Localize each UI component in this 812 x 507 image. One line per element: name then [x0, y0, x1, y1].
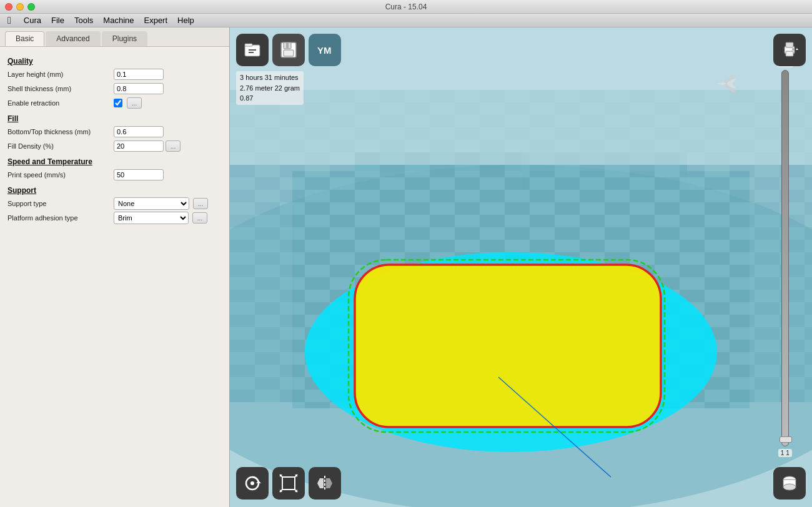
menu-help[interactable]: Help [172, 14, 199, 26]
layer-slider-thumb[interactable] [780, 436, 792, 443]
menu-tools[interactable]: Tools [69, 14, 98, 26]
right-icon-panel [773, 34, 806, 66]
tab-advanced[interactable]: Advanced [46, 31, 100, 46]
layer-slider-track[interactable] [781, 70, 789, 446]
svg-rect-35 [786, 51, 793, 56]
svg-text:YM: YM [317, 45, 332, 56]
platform-adhesion-row: Platform adhesion type None Brim Raft ..… [7, 212, 222, 224]
left-panel: Basic Advanced Plugins Quality Layer hei… [0, 27, 230, 507]
menubar:  Cura File Tools Machine Expert Help [0, 14, 812, 27]
support-type-extra-btn[interactable]: ... [193, 198, 208, 209]
window-title: Cura - 15.04 [385, 2, 427, 11]
print-speed-input[interactable] [114, 169, 164, 180]
svg-rect-30 [284, 50, 294, 56]
menu-cura[interactable]: Cura [19, 14, 46, 26]
print-speed-label: Print speed (mm/s) [7, 171, 114, 179]
support-type-select-wrap: None Touching buildplate Everywhere ... [114, 197, 222, 210]
bottom-top-thickness-input[interactable] [114, 126, 164, 137]
retraction-label: Enable retraction [7, 99, 114, 107]
bottom-right-panel [773, 467, 806, 500]
open-file-btn[interactable] [236, 34, 269, 66]
minimize-button[interactable] [16, 3, 24, 11]
rotate-btn[interactable] [236, 467, 269, 500]
bottom-top-thickness-label: Bottom/Top thickness (mm) [7, 128, 114, 135]
support-type-select[interactable]: None Touching buildplate Everywhere [114, 197, 189, 210]
fill-section-title: Fill [7, 114, 222, 123]
fill-density-extra-btn[interactable]: ... [166, 140, 181, 152]
tab-bar: Basic Advanced Plugins [0, 27, 229, 47]
bottom-top-thickness-row: Bottom/Top thickness (mm) [7, 126, 222, 138]
layer-height-row: Layer height (mm) [7, 68, 222, 81]
shell-thickness-input[interactable] [114, 83, 164, 94]
scale-btn[interactable] [272, 467, 305, 500]
user-btn[interactable]: YM [309, 34, 341, 66]
print-speed-row: Print speed (mm/s) [7, 169, 222, 181]
maximize-button[interactable] [27, 3, 35, 11]
platform-adhesion-select-wrap: None Brim Raft ... [114, 212, 222, 224]
menu-file[interactable]: File [46, 14, 69, 26]
tab-plugins[interactable]: Plugins [102, 31, 147, 46]
view-mode-btn[interactable] [773, 34, 806, 66]
layer-slider-bottom-value: 1 1 [778, 449, 792, 457]
print-time: 3 hours 31 minutes [240, 72, 300, 83]
layer-height-input[interactable] [114, 69, 164, 80]
svg-rect-31 [286, 43, 289, 48]
mirror-btn[interactable] [309, 467, 341, 500]
support-section-title: Support [7, 186, 222, 195]
svg-marker-37 [796, 48, 798, 50]
layer-height-label: Layer height (mm) [7, 71, 114, 78]
support-type-label: Support type [7, 200, 114, 207]
platform-adhesion-label: Platform adhesion type [7, 214, 114, 222]
titlebar: Cura - 15.04 [0, 0, 812, 14]
svg-rect-34 [786, 42, 793, 47]
fill-density-label: Fill Density (%) [7, 142, 114, 150]
top-toolbar: YM [236, 34, 341, 66]
apple-menu[interactable]:  [2, 14, 16, 27]
main-layout: Basic Advanced Plugins Quality Layer hei… [0, 27, 812, 507]
retraction-row: Enable retraction ... [7, 97, 222, 109]
save-btn[interactable] [272, 34, 305, 66]
svg-point-40 [250, 481, 254, 485]
fill-density-input[interactable] [114, 140, 164, 152]
retraction-checkbox-wrap: ... [114, 97, 142, 109]
print-value: 0.87 [240, 93, 300, 104]
svg-marker-39 [256, 481, 261, 483]
shell-thickness-label: Shell thickness (mm) [7, 85, 114, 92]
support-type-row: Support type None Touching buildplate Ev… [7, 197, 222, 210]
close-button[interactable] [5, 3, 12, 11]
svg-rect-17 [355, 265, 661, 427]
retraction-checkbox[interactable] [114, 99, 122, 107]
layer-slider: 674 1 1 [777, 59, 793, 457]
bottom-toolbar [236, 467, 341, 500]
settings-panel: Quality Layer height (mm) Shell thicknes… [0, 47, 229, 507]
svg-rect-25 [245, 44, 252, 46]
svg-rect-41 [282, 477, 295, 490]
svg-point-53 [783, 484, 796, 490]
print-material: 2.76 meter 22 gram [240, 83, 300, 94]
material-btn[interactable] [773, 467, 806, 500]
svg-point-36 [792, 48, 795, 51]
viewport-scene [230, 27, 812, 507]
shell-thickness-row: Shell thickness (mm) [7, 82, 222, 95]
platform-adhesion-extra-btn[interactable]: ... [192, 212, 207, 224]
viewport[interactable]: YM 3 hours 31 minutes 2.76 meter 22 gram… [230, 27, 812, 507]
fill-density-row: Fill Density (%) ... [7, 140, 222, 152]
menu-machine[interactable]: Machine [98, 14, 139, 26]
speed-section-title: Speed and Temperature [7, 157, 222, 166]
tab-basic[interactable]: Basic [5, 31, 44, 46]
traffic-lights [5, 3, 35, 11]
quality-section-title: Quality [7, 57, 222, 66]
menu-expert[interactable]: Expert [139, 14, 172, 26]
print-stats: 3 hours 31 minutes 2.76 meter 22 gram 0.… [236, 71, 304, 105]
retraction-extra-btn[interactable]: ... [127, 97, 142, 109]
platform-adhesion-select[interactable]: None Brim Raft [114, 212, 189, 224]
